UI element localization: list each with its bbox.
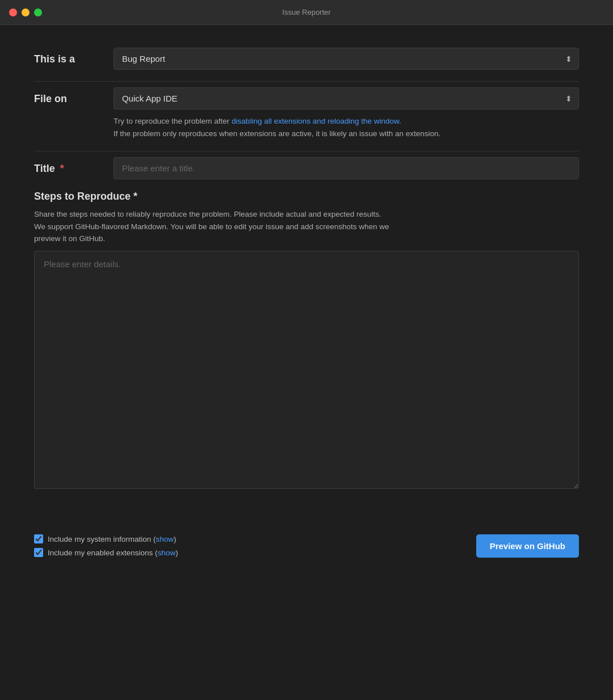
- system-info-show-link[interactable]: show: [156, 535, 174, 543]
- steps-to-reproduce-section: Steps to Reproduce * Share the steps nee…: [34, 191, 579, 491]
- steps-textarea[interactable]: [34, 251, 579, 489]
- this-is-a-label: This is a: [34, 48, 114, 65]
- maximize-button[interactable]: [34, 9, 42, 16]
- steps-section-title: Steps to Reproduce: [34, 191, 131, 202]
- file-on-select[interactable]: Quick App IDE VS Code VS Code Insiders: [114, 87, 579, 109]
- separator-1: [34, 81, 579, 82]
- close-button[interactable]: [9, 9, 17, 16]
- checkboxes-area: Include my system information (show) Inc…: [34, 534, 178, 557]
- file-on-help-text: Try to reproduce the problem after disab…: [114, 115, 579, 140]
- this-is-a-select-wrapper: Bug Report Feature Request Performance I…: [114, 48, 579, 70]
- extensions-checkbox[interactable]: [34, 548, 43, 557]
- window-controls: [9, 9, 42, 16]
- this-is-a-row: This is a Bug Report Feature Request Per…: [34, 48, 579, 70]
- titlebar: Issue Reporter: [0, 0, 613, 25]
- this-is-a-control: Bug Report Feature Request Performance I…: [114, 48, 579, 70]
- title-row: Title *: [34, 157, 579, 179]
- extensions-checkbox-row: Include my enabled extensions (show): [34, 548, 178, 557]
- main-content: This is a Bug Report Feature Request Per…: [0, 25, 613, 525]
- footer: Include my system information (show) Inc…: [0, 525, 613, 567]
- this-is-a-select[interactable]: Bug Report Feature Request Performance I…: [114, 48, 579, 70]
- disable-extensions-link[interactable]: disabling all extensions and reloading t…: [232, 117, 399, 125]
- extensions-label: Include my enabled extensions (show): [48, 549, 178, 557]
- preview-on-github-button[interactable]: Preview on GitHub: [476, 534, 579, 558]
- window-title: Issue Reporter: [282, 8, 330, 16]
- title-control: [114, 157, 579, 179]
- steps-required-marker: *: [131, 191, 137, 202]
- system-info-checkbox[interactable]: [34, 534, 43, 543]
- file-on-row: File on Quick App IDE VS Code VS Code In…: [34, 87, 579, 140]
- file-on-control: Quick App IDE VS Code VS Code Insiders ⬍…: [114, 87, 579, 140]
- file-on-label: File on: [34, 87, 114, 105]
- system-info-label: Include my system information (show): [48, 535, 177, 543]
- title-required-marker: *: [57, 163, 64, 174]
- steps-section-header: Steps to Reproduce *: [34, 191, 579, 203]
- steps-section-description: Share the steps needed to reliably repro…: [34, 208, 579, 245]
- separator-2: [34, 151, 579, 151]
- minimize-button[interactable]: [22, 9, 30, 16]
- extensions-show-link[interactable]: show: [158, 549, 176, 557]
- title-label: Title *: [34, 157, 114, 175]
- help-text-before-link: Try to reproduce the problem after: [114, 117, 232, 125]
- system-info-checkbox-row: Include my system information (show): [34, 534, 178, 543]
- title-input[interactable]: [114, 157, 579, 179]
- file-on-select-wrapper: Quick App IDE VS Code VS Code Insiders ⬍: [114, 87, 579, 109]
